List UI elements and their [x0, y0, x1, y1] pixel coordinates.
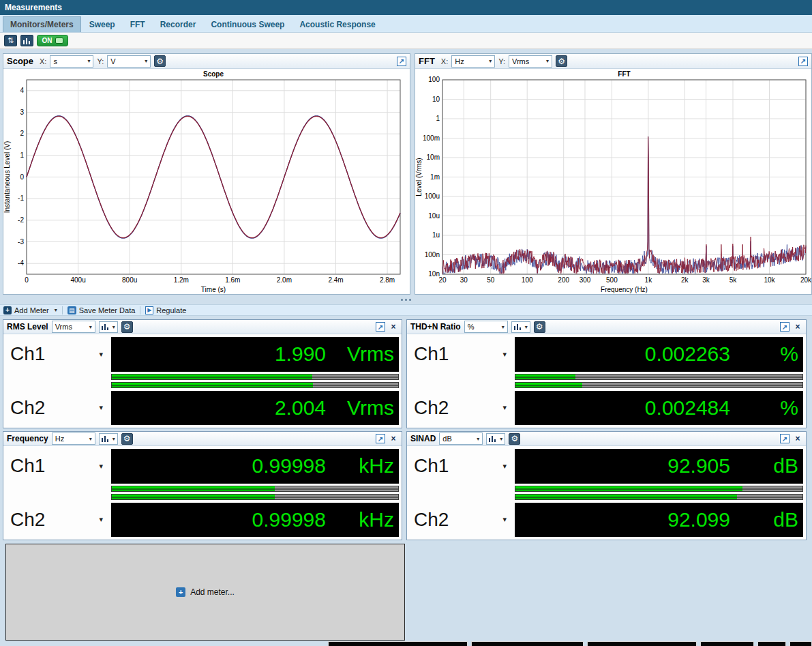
channel-selector-ch2[interactable]: Ch2▾ — [410, 391, 512, 426]
background-window-fragment[interactable] — [700, 641, 754, 646]
meter-popout-icon[interactable]: ↗ — [376, 322, 385, 332]
meters-view-icon[interactable] — [20, 35, 33, 46]
channel-selector-ch1[interactable]: Ch1▾ — [410, 449, 512, 484]
svg-text:100m: 100m — [423, 134, 440, 142]
tab-bar: Monitors/Meters Sweep FFT Recorder Conti… — [0, 15, 812, 33]
chevron-down-icon: ▾ — [546, 58, 549, 64]
meter-close-icon[interactable]: × — [793, 322, 802, 332]
meter-unit: Vrms — [326, 342, 394, 366]
meter-close-icon[interactable]: × — [389, 322, 398, 332]
save-meter-data-button[interactable]: ▤ Save Meter Data — [67, 306, 136, 314]
y-axis-label: Y: — [97, 57, 104, 65]
bars-icon — [23, 37, 31, 44]
channel-selector-ch2[interactable]: Ch2▾ — [6, 391, 108, 426]
toolbar-separator — [140, 306, 140, 314]
meter-settings-gear-icon[interactable]: ⚙ — [121, 433, 133, 445]
save-icon: ▤ — [67, 306, 76, 314]
fft-popout-icon[interactable]: ↗ — [798, 57, 808, 66]
background-window-fragment[interactable] — [471, 641, 584, 646]
horizontal-splitter-handle[interactable] — [0, 295, 812, 304]
meter-unit-select[interactable]: Vrms▾ — [52, 321, 95, 333]
tab-acoustic-response[interactable]: Acoustic Response — [292, 16, 382, 32]
meter-unit: kHz — [326, 508, 394, 531]
meter-display-ch1: 0.002263% — [515, 337, 803, 372]
scope-settings-gear-icon[interactable]: ⚙ — [154, 55, 166, 67]
meter-title: THD+N Ratio — [410, 322, 461, 332]
scope-x-axis-select[interactable]: s▾ — [50, 55, 93, 68]
meter-unit-select[interactable]: Hz▾ — [52, 432, 95, 445]
fft-chart: 2030501002003005001k2k3k5k10k20k10010110… — [415, 69, 811, 294]
channel-selector-ch2[interactable]: Ch2▾ — [410, 503, 512, 538]
meter-value: 92.905 — [667, 454, 730, 478]
meter-popout-icon[interactable]: ↗ — [780, 322, 790, 332]
background-window-fragment[interactable] — [328, 641, 468, 646]
chevron-down-icon: ▾ — [99, 515, 103, 524]
scope-y-axis-select[interactable]: V▾ — [107, 55, 151, 68]
tab-monitors-meters[interactable]: Monitors/Meters — [3, 16, 81, 32]
fft-settings-gear-icon[interactable]: ⚙ — [556, 55, 567, 67]
svg-text:-2: -2 — [18, 216, 24, 224]
svg-text:100n: 100n — [425, 251, 440, 259]
svg-text:10m: 10m — [427, 153, 440, 161]
chevron-down-icon: ▾ — [502, 515, 507, 524]
meter-value: 0.002484 — [645, 396, 730, 420]
meter-value: 0.99998 — [252, 508, 326, 531]
channel-selector-ch1[interactable]: Ch1▾ — [6, 449, 108, 484]
chevron-down-icon: ▾ — [89, 324, 92, 330]
meter-panel-frequency: Frequency Hz▾ ▾ ⚙ ↗ × Ch1▾ 0.99998kHz Ch… — [3, 431, 402, 540]
meter-view-options-button[interactable]: ▾ — [486, 433, 505, 445]
tab-sweep[interactable]: Sweep — [82, 16, 122, 32]
chevron-down-icon: ▾ — [99, 462, 103, 471]
level-bar-ch2 — [111, 382, 399, 388]
meter-popout-icon[interactable]: ↗ — [780, 434, 790, 443]
level-bar-ch1 — [111, 486, 399, 492]
chevron-down-icon: ▾ — [87, 58, 90, 64]
tab-recorder[interactable]: Recorder — [153, 16, 203, 32]
svg-text:1.6m: 1.6m — [225, 276, 240, 284]
channel-selector-ch2[interactable]: Ch2▾ — [6, 503, 108, 538]
chevron-down-icon: ▾ — [489, 58, 492, 64]
chevron-down-icon: ▾ — [502, 462, 507, 471]
svg-text:1m: 1m — [430, 173, 440, 181]
meter-display-ch2: 0.002484% — [515, 391, 803, 426]
svg-text:100u: 100u — [425, 192, 440, 200]
add-meter-button[interactable]: + Add Meter ▾ — [3, 306, 57, 314]
meter-settings-gear-icon[interactable]: ⚙ — [121, 321, 133, 333]
level-bars — [515, 373, 803, 390]
chevron-down-icon: ▾ — [502, 403, 507, 412]
level-bar-ch1 — [515, 374, 803, 380]
channel-selector-ch1[interactable]: Ch1▾ — [410, 337, 512, 372]
channel-selector-ch1[interactable]: Ch1▾ — [6, 337, 108, 372]
meter-settings-gear-icon[interactable]: ⚙ — [509, 433, 520, 445]
svg-text:Instantaneous Level (V): Instantaneous Level (V) — [3, 141, 11, 214]
level-bars — [111, 485, 399, 501]
fft-y-axis-select[interactable]: Vrms▾ — [509, 55, 552, 68]
meter-popout-icon[interactable]: ↗ — [376, 434, 385, 443]
on-label: ON — [42, 37, 52, 44]
chevron-down-icon: ▾ — [500, 436, 502, 442]
meter-close-icon[interactable]: × — [793, 434, 802, 443]
bars-icon — [102, 435, 108, 442]
fft-x-axis-select[interactable]: Hz▾ — [451, 55, 495, 68]
regulate-button[interactable]: ▶ Regulate — [145, 306, 186, 314]
meter-view-options-button[interactable]: ▾ — [99, 321, 118, 333]
background-window-fragment[interactable] — [790, 641, 812, 646]
meter-unit: dB — [730, 508, 798, 531]
meter-value: 0.002263 — [645, 342, 730, 366]
monitors-panel-icon[interactable]: ⇅ — [4, 35, 17, 46]
scope-popout-icon[interactable]: ↗ — [397, 57, 406, 66]
meter-unit-select[interactable]: dB▾ — [439, 432, 483, 445]
meter-close-icon[interactable]: × — [389, 434, 398, 443]
meter-title: SINAD — [410, 434, 436, 443]
add-meter-dropzone[interactable]: + Add meter... — [5, 544, 405, 641]
monitors-on-toggle[interactable]: ON — [37, 35, 68, 46]
svg-text:10k: 10k — [764, 276, 775, 284]
background-window-fragment[interactable] — [587, 641, 697, 646]
tab-continuous-sweep[interactable]: Continuous Sweep — [204, 16, 291, 32]
tab-fft[interactable]: FFT — [123, 16, 152, 32]
meter-settings-gear-icon[interactable]: ⚙ — [534, 321, 545, 333]
meter-view-options-button[interactable]: ▾ — [511, 321, 530, 333]
meter-unit-select[interactable]: %▾ — [464, 321, 508, 333]
meter-view-options-button[interactable]: ▾ — [99, 433, 118, 445]
background-window-fragment[interactable] — [757, 641, 786, 646]
